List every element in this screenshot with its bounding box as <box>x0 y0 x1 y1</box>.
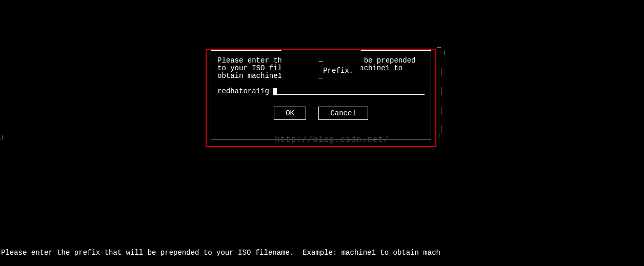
cancel-button[interactable]: Cancel <box>318 107 368 120</box>
bg-title-line <box>437 47 441 48</box>
dialog-border: Prefix. Please enter the prefix that wil… <box>211 50 431 139</box>
bg-box-side-r: │ <box>439 125 443 133</box>
title-dash-right <box>319 78 323 78</box>
dialog-title: Prefix. <box>281 50 361 91</box>
ok-button[interactable]: OK <box>274 107 306 120</box>
dialog-title-text: Prefix. <box>323 67 353 75</box>
title-dash-left <box>319 62 323 62</box>
input-underline <box>274 94 425 95</box>
bg-box-side-r: │ <box>439 107 443 115</box>
dialog-button-row: OK Cancel <box>217 107 425 120</box>
bg-box-corner-br: ┘ <box>437 133 441 141</box>
status-line: Please enter the prefix that will be pre… <box>0 249 644 257</box>
bg-box-corner-tr: ┐ <box>442 47 446 55</box>
bg-box-side-r: │ <box>439 68 443 76</box>
prefix-input[interactable] <box>217 87 274 95</box>
bg-box-corner-bl: ┘ <box>0 135 4 144</box>
bg-box-side-r: │ <box>439 87 443 95</box>
prefix-dialog: Prefix. Please enter the prefix that wil… <box>211 47 431 139</box>
